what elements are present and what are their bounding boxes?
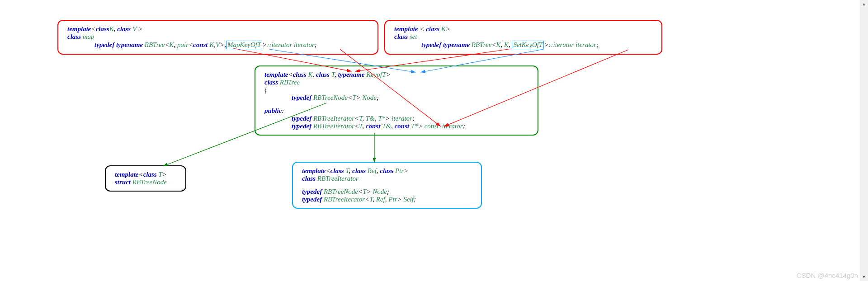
rbtree-l2: class RBTree (264, 79, 528, 86)
iter-l1: template<class T, class Ref, class Ptr> (302, 167, 472, 175)
rbtree-l4: typedef RBTreeNode<T> Node; (264, 94, 528, 102)
setkeyoft-highlight: SetKeyOfT (512, 41, 544, 49)
rbtree-l7: typedef RBTreeIterator<T, const T&, cons… (264, 122, 528, 130)
scroll-down-icon[interactable]: ▼ (860, 273, 868, 281)
set-l1: template < class K> (394, 25, 652, 33)
map-l1: template<classK, class V > (67, 25, 368, 33)
rbtree-l3: { (264, 86, 528, 94)
rbtree-box: template<class K, class T, typename Keyo… (255, 66, 538, 136)
scrollbar[interactable]: ▲ ▼ (860, 0, 868, 281)
set-l2: class set (394, 33, 652, 41)
watermark: CSDN @4nc414g0n (797, 272, 858, 279)
rbtree-l1: template<class K, class T, typename Keyo… (264, 71, 528, 79)
map-l3: typedef typename RBTree<K, pair<const K,… (67, 41, 368, 49)
map-l2: class map (67, 33, 368, 41)
rbtree-l5: public: (264, 107, 528, 115)
node-l2: struct RBTreeNode (115, 178, 176, 186)
mapkeyoft-highlight: MapKeyOfT (226, 41, 262, 49)
iter-l3: typedef RBTreeNode<T> Node; (302, 188, 472, 196)
iter-l2: class RBTreeIterator (302, 175, 472, 183)
node-l1: template<class T> (115, 171, 176, 178)
rbtreenode-box: template<class T> struct RBTreeNode (105, 165, 186, 192)
scroll-track[interactable] (860, 8, 868, 273)
set-box: template < class K> class set typedef ty… (384, 20, 662, 55)
rbtreeiterator-box: template<class T, class Ref, class Ptr> … (292, 162, 482, 209)
map-box: template<classK, class V > class map typ… (57, 20, 378, 55)
set-l3: typedef typename RBTree<K, K, SetKeyOfT>… (394, 41, 652, 49)
scroll-up-icon[interactable]: ▲ (860, 0, 868, 8)
rbtree-l6: typedef RBTreeIterator<T, T&, T*> iterat… (264, 115, 528, 122)
iter-l4: typedef RBTreeIterator<T, Ref, Ptr> Self… (302, 196, 472, 203)
